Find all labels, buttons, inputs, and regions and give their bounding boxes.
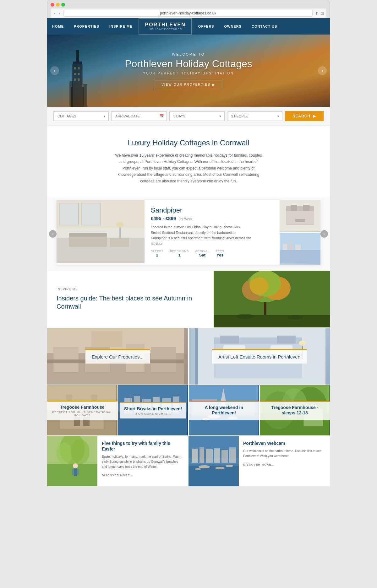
explore-grid: Explore Our Properties... (47, 328, 330, 385)
svg-rect-26 (303, 205, 309, 211)
browser-tab-btn[interactable]: ⊡ (320, 11, 324, 16)
property-main-image (57, 200, 145, 263)
nav-item-inspire[interactable]: INSPIRE ME (104, 20, 138, 33)
svg-rect-3 (71, 87, 84, 107)
site-wrapper: HOME PROPERTIES INSPIRE ME PORTHLEVEN HO… (47, 18, 330, 486)
browser-maximize-btn[interactable] (61, 3, 65, 7)
svg-rect-10 (74, 78, 76, 81)
svg-rect-23 (286, 209, 314, 225)
nav-item-offers[interactable]: OFFERS (193, 20, 219, 33)
svg-rect-31 (283, 244, 287, 250)
blog-title-0: Five things to try with family this East… (102, 440, 184, 452)
svg-point-107 (73, 463, 78, 468)
calendar-icon: 📅 (159, 114, 164, 118)
svg-rect-24 (286, 206, 314, 211)
svg-rect-116 (206, 449, 213, 463)
nav-logo-sub: HOLIDAY COTTAGES (145, 28, 185, 31)
svg-rect-114 (192, 449, 198, 463)
svg-point-106 (71, 439, 90, 464)
bedrooms-label: BEDROOMS (170, 250, 189, 253)
hero-title: Porthleven Holiday Cottages (125, 58, 252, 70)
browser-toolbar: ‹ › porthleven-holiday-cottages.co.uk ⬆ … (51, 8, 326, 18)
duration-select[interactable]: 3 DAYS (173, 114, 221, 118)
pets-label: PETS (216, 250, 224, 253)
property-prev-btn[interactable]: ‹ (49, 230, 57, 238)
svg-rect-16 (110, 238, 129, 247)
svg-rect-103 (47, 464, 97, 486)
browser-address-bar[interactable]: porthleven-holiday-cottages.co.uk (63, 10, 313, 17)
blog-link-0[interactable]: DISCOVER MORE... (102, 474, 133, 477)
bottom-item-3[interactable]: Tregoose Farmhouse - sleeps 12-18 (260, 385, 330, 435)
inspire-text: INSPIRE ME Insiders guide: The best plac… (47, 271, 214, 327)
svg-point-123 (195, 468, 201, 470)
property-next-btn[interactable]: › (320, 230, 328, 238)
svg-rect-4 (69, 81, 73, 107)
svg-rect-33 (295, 245, 301, 250)
inspire-image (214, 271, 330, 327)
hero-prev-btn[interactable]: ‹ (50, 66, 59, 75)
svg-rect-112 (188, 464, 239, 486)
inspire-tag: INSPIRE ME (57, 288, 204, 291)
svg-rect-109 (72, 469, 74, 475)
bottom-grid: Tregoose Farmhouse PERFECT FOR MULTIGENE… (47, 385, 330, 435)
sleeps-value: 2 (151, 253, 164, 257)
arrival-date-wrap[interactable]: 📅 (111, 111, 167, 121)
hero-next-btn[interactable]: › (318, 66, 327, 75)
intro-section: Luxury Holiday Cottages in Cornwall We h… (47, 126, 330, 197)
property-type-select-wrap[interactable]: COTTAGES ▼ (53, 111, 109, 121)
property-card: Sandpiper £495 - £869 Per Week Located i… (57, 200, 320, 265)
explore-bedroom-item[interactable]: Artist Loft Ensuite Rooms in Porthleven (189, 328, 330, 385)
svg-point-105 (57, 442, 72, 464)
nav-logo[interactable]: PORTHLEVEN HOLIDAY COTTAGES (139, 18, 192, 35)
inspire-section: INSPIRE ME Insiders guide: The best plac… (47, 271, 330, 327)
svg-rect-119 (229, 447, 236, 463)
blog-section: Five things to try with family this East… (47, 436, 330, 486)
browser-forward-btn[interactable]: › (58, 11, 61, 16)
hero-tower-silhouette (66, 50, 91, 107)
svg-rect-6 (74, 67, 76, 69)
svg-rect-7 (78, 67, 79, 69)
hero-welcome-text: WELCOME TO (125, 52, 252, 56)
hero-cta-button[interactable]: VIEW OUR PROPERTIES ▶ (155, 80, 222, 89)
search-arrow-icon: ▶ (313, 114, 316, 118)
hero-cta-arrow-icon: ▶ (212, 83, 216, 86)
pets-value: Yes (216, 253, 224, 257)
guests-select[interactable]: 2 PEOPLE (231, 114, 278, 118)
blog-title-1: Porthleven Webcam (243, 440, 325, 446)
bottom-item-2[interactable]: A long weekend in Porthleven! (189, 385, 259, 435)
nav-item-contact[interactable]: CONTACT US (247, 20, 282, 33)
bottom-item-1[interactable]: Short Breaks in Porthleven! 3 OR MORE NI… (118, 385, 188, 435)
svg-rect-115 (199, 447, 204, 463)
blog-text-1: Porthleven Webcam Our webcam is on the h… (239, 436, 330, 486)
nav-item-owners[interactable]: OWNERS (219, 20, 247, 33)
main-nav: HOME PROPERTIES INSPIRE ME PORTHLEVEN HO… (47, 18, 330, 35)
blog-link-1[interactable]: DISCOVER MORE... (243, 463, 275, 466)
bottom-label-main-3: Tregoose Farmhouse - sleeps 12-18 (264, 405, 326, 416)
search-button[interactable]: SEARCH ▶ (285, 111, 324, 121)
browser-close-btn[interactable] (51, 3, 54, 7)
explore-kitchen-item[interactable]: Explore Our Properties... (47, 328, 188, 385)
duration-select-wrap[interactable]: 3 DAYS ▼ (169, 111, 225, 121)
browser-back-btn[interactable]: ‹ (53, 11, 57, 16)
svg-rect-21 (82, 203, 101, 225)
svg-rect-110 (77, 469, 79, 475)
blog-item-0: Five things to try with family this East… (47, 436, 188, 486)
svg-rect-29 (280, 248, 320, 263)
property-detail-pets: PETS Yes (216, 250, 224, 257)
hero-section: ‹ WELCOME TO Porthleven Holiday Cottages… (47, 35, 330, 107)
browser-minimize-btn[interactable] (56, 3, 60, 7)
property-name: Sandpiper (151, 206, 273, 214)
nav-item-home[interactable]: HOME (47, 20, 69, 33)
svg-rect-2 (72, 64, 82, 87)
nav-item-properties[interactable]: PROPERTIES (69, 20, 104, 33)
arrival-date-input[interactable] (115, 114, 162, 118)
browser-share-btn[interactable]: ⬆ (315, 11, 319, 16)
property-type-select[interactable]: COTTAGES (57, 114, 105, 118)
bottom-label-sub-0: PERFECT FOR MULTIGENERATIONAL HOLIDAYS (52, 411, 113, 417)
property-side-image-view (280, 233, 320, 265)
blog-text-0: Five things to try with family this East… (97, 436, 188, 486)
property-details: SLEEPS 2 BEDROOMS 1 ARRIVAL Sat PETS Yes (151, 250, 273, 257)
svg-rect-1 (73, 62, 82, 64)
bottom-item-0[interactable]: Tregoose Farmhouse PERFECT FOR MULTIGENE… (47, 385, 117, 435)
guests-select-wrap[interactable]: 2 PEOPLE ▼ (227, 111, 282, 121)
